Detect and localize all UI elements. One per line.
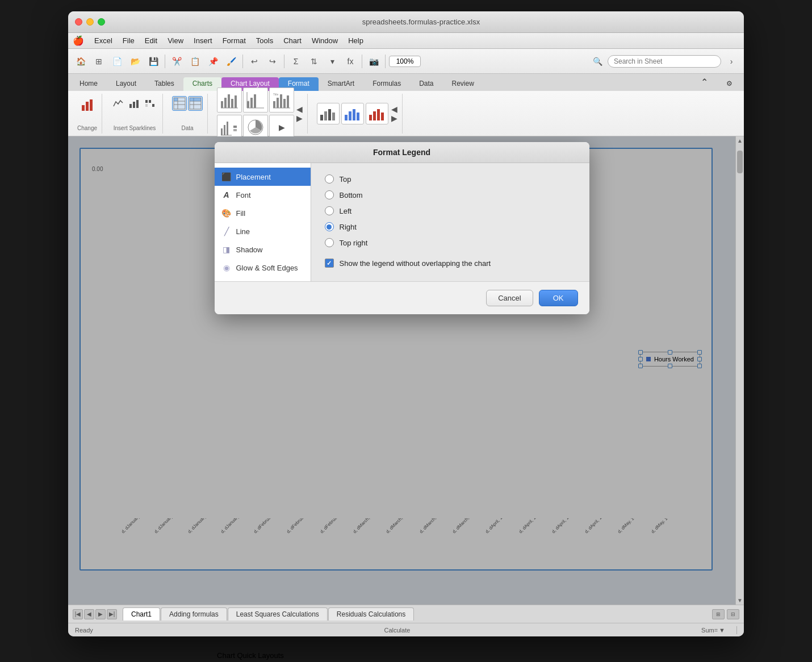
quick-layout-3[interactable]: Title — [269, 88, 294, 113]
quick-layout-next[interactable]: ▶ — [296, 114, 303, 123]
tab-settings-btn[interactable]: ⚙ — [717, 77, 742, 91]
tab-charts[interactable]: Charts — [183, 77, 221, 91]
quick-layout-1[interactable] — [217, 88, 242, 113]
quick-layout-scroll[interactable]: ▶ — [269, 115, 294, 140]
sparkline-line-btn[interactable] — [111, 96, 126, 111]
radio-top-circle[interactable] — [325, 174, 334, 184]
sheet-tab-chart1[interactable]: Chart1 — [123, 607, 160, 621]
menu-window[interactable]: Window — [307, 35, 342, 46]
sidebar-item-font[interactable]: A Font — [215, 186, 311, 204]
menu-help[interactable]: Help — [344, 35, 368, 46]
view-page-btn[interactable]: ⊟ — [727, 609, 739, 619]
tab-data[interactable]: Data — [410, 77, 442, 91]
chart-type-btn[interactable] — [78, 96, 97, 114]
toolbar-cut-btn[interactable]: ✂️ — [169, 53, 185, 69]
menu-excel[interactable]: Excel — [90, 35, 117, 46]
overlap-checkbox[interactable]: ✓ — [325, 259, 334, 268]
tab-review[interactable]: Review — [443, 77, 483, 91]
chart-style-prev[interactable]: ◀ — [391, 105, 397, 114]
tab-formulas[interactable]: Formulas — [363, 77, 410, 91]
menu-edit[interactable]: Edit — [140, 35, 162, 46]
toolbar-grid-btn[interactable]: ⊞ — [91, 53, 107, 69]
svg-rect-29 — [254, 94, 256, 108]
scroll-down-btn[interactable]: ▼ — [736, 596, 744, 605]
radio-top-right[interactable]: Top right — [325, 238, 576, 247]
radio-right[interactable]: Right — [325, 222, 576, 231]
radio-bottom[interactable]: Bottom — [325, 190, 576, 199]
radio-top-right-circle[interactable] — [325, 238, 334, 247]
toolbar-brush-btn[interactable]: 🖌️ — [223, 53, 239, 69]
sheet-nav-next[interactable]: ▶ — [95, 609, 106, 619]
toolbar-fx-btn[interactable]: fx — [342, 53, 358, 69]
menu-view[interactable]: View — [163, 35, 188, 46]
svg-rect-41 — [224, 125, 225, 135]
scroll-track[interactable] — [736, 145, 744, 596]
menu-insert[interactable]: Insert — [189, 35, 217, 46]
radio-bottom-circle[interactable] — [325, 190, 334, 199]
maximize-button[interactable] — [98, 18, 105, 26]
chart-style-blue[interactable] — [341, 103, 364, 124]
toolbar-home-btn[interactable]: 🏠 — [73, 53, 89, 69]
tab-layout[interactable]: Layout — [107, 77, 145, 91]
toolbar-camera-btn[interactable]: 📷 — [366, 53, 382, 69]
toolbar-new-btn[interactable]: 📄 — [109, 53, 125, 69]
scroll-up-btn[interactable]: ▲ — [736, 136, 744, 145]
tab-home[interactable]: Home — [70, 77, 107, 91]
sidebar-item-line[interactable]: ╱ Line — [215, 222, 311, 240]
sidebar-item-shadow[interactable]: ◨ Shadow — [215, 240, 311, 259]
menu-chart[interactable]: Chart — [279, 35, 306, 46]
toolbar-paste-btn[interactable]: 📌 — [205, 53, 221, 69]
toolbar-filter-btn[interactable]: ▾ — [324, 53, 340, 69]
chart-style-red[interactable] — [366, 103, 388, 124]
menu-file[interactable]: File — [118, 35, 139, 46]
scroll-thumb[interactable] — [737, 151, 743, 173]
status-sum-dropdown[interactable]: ▼ — [719, 627, 725, 634]
sheet-tab-least-squares[interactable]: Least Squares Calculations — [228, 607, 328, 621]
radio-left[interactable]: Left — [325, 206, 576, 215]
sheet-tab-adding-formulas[interactable]: Adding formulas — [161, 607, 227, 621]
sheet-tab-residuals[interactable]: Residuals Calculations — [328, 607, 414, 621]
cancel-button[interactable]: Cancel — [486, 290, 533, 306]
toolbar-copy-btn[interactable]: 📋 — [187, 53, 203, 69]
close-button[interactable] — [75, 18, 82, 26]
sparkline-winloss-btn[interactable] — [143, 96, 158, 111]
overlap-checkbox-row[interactable]: ✓ Show the legend without overlapping th… — [325, 259, 576, 268]
radio-top[interactable]: Top — [325, 174, 576, 184]
radio-right-circle[interactable] — [325, 222, 334, 231]
toolbar-chevron-right[interactable]: › — [723, 53, 739, 69]
minimize-button[interactable] — [86, 18, 94, 26]
tab-tables[interactable]: Tables — [145, 77, 183, 91]
ok-button[interactable]: OK — [539, 290, 578, 306]
toolbar-save-btn[interactable]: 💾 — [145, 53, 161, 69]
search-input[interactable] — [608, 55, 721, 68]
quick-layout-2[interactable]: -- — [243, 88, 268, 113]
menu-tools[interactable]: Tools — [252, 35, 278, 46]
sparkline-col-btn[interactable] — [127, 96, 142, 111]
sidebar-item-fill[interactable]: 🎨 Fill — [215, 204, 311, 222]
vertical-scrollbar[interactable]: ▲ ▼ — [735, 136, 744, 605]
apple-menu[interactable]: 🍎 — [73, 35, 84, 46]
sheet-nav-last[interactable]: ▶| — [107, 609, 117, 619]
toolbar-sum-btn[interactable]: Σ — [288, 53, 304, 69]
data-table-btn2[interactable] — [188, 96, 203, 111]
toolbar-search-icon[interactable]: 🔍 — [589, 53, 605, 69]
tab-collapse-btn[interactable]: ⌃ — [692, 74, 717, 91]
quick-layout-5[interactable] — [243, 115, 268, 140]
sheet-nav-first[interactable]: |◀ — [73, 609, 83, 619]
menu-format[interactable]: Format — [218, 35, 250, 46]
toolbar-open-btn[interactable]: 📂 — [127, 53, 143, 69]
toolbar-sort-btn[interactable]: ⇅ — [306, 53, 322, 69]
view-normal-btn[interactable]: ⊞ — [712, 609, 725, 619]
quick-layout-prev[interactable]: ◀ — [296, 105, 303, 114]
quick-layout-4[interactable] — [217, 115, 242, 140]
radio-left-circle[interactable] — [325, 206, 334, 215]
chart-style-bw[interactable] — [317, 103, 340, 124]
data-table-btn1[interactable] — [172, 96, 187, 111]
sidebar-item-placement[interactable]: ⬛ Placement — [215, 168, 311, 186]
toolbar-redo-btn[interactable]: ↪ — [265, 53, 281, 69]
toolbar-undo-btn[interactable]: ↩ — [246, 53, 262, 69]
tab-smartart[interactable]: SmartArt — [319, 77, 363, 91]
sheet-nav-prev[interactable]: ◀ — [84, 609, 94, 619]
sidebar-item-glow[interactable]: ◉ Glow & Soft Edges — [215, 259, 311, 277]
chart-style-next[interactable]: ▶ — [391, 114, 397, 123]
